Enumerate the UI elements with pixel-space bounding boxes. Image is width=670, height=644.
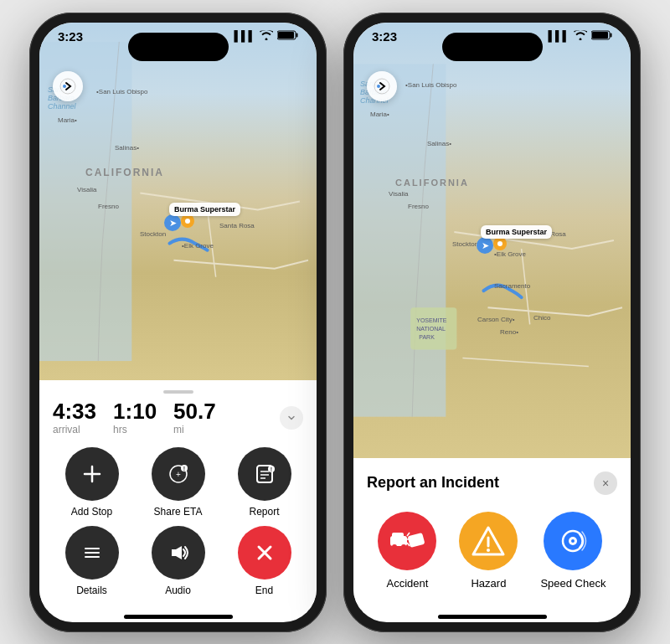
end-label: End bbox=[255, 585, 273, 596]
speed-check-icon bbox=[544, 512, 602, 570]
details-icon bbox=[65, 526, 119, 580]
dynamic-island bbox=[128, 33, 229, 61]
destination-pin-2 bbox=[492, 236, 508, 255]
share-eta-icon: + ! bbox=[152, 447, 205, 501]
share-eta-button[interactable]: + ! Share ETA bbox=[139, 447, 217, 518]
accident-option[interactable]: Accident bbox=[378, 512, 436, 590]
incident-panel: Report an Incident × bbox=[353, 458, 631, 610]
report-label: Report bbox=[249, 506, 279, 518]
end-icon bbox=[238, 526, 291, 580]
map-label-maria: Maria• bbox=[58, 116, 77, 124]
svg-point-55 bbox=[571, 539, 575, 543]
end-button[interactable]: End bbox=[225, 526, 303, 596]
speed-check-label: Speed Check bbox=[540, 577, 606, 590]
svg-marker-25 bbox=[172, 546, 182, 559]
phone-2: 3:23 ▌▌▌ ◀ Siri YO bbox=[343, 13, 641, 632]
svg-rect-31 bbox=[353, 64, 446, 416]
current-location-pin-2: ➤ bbox=[476, 236, 494, 258]
drag-handle-1 bbox=[163, 390, 193, 394]
svg-text:NATIONAL: NATIONAL bbox=[416, 326, 446, 332]
map-label-san-luis-obispo: •San Luis Obispo bbox=[96, 88, 148, 95]
svg-point-52 bbox=[487, 549, 490, 552]
svg-text:!: ! bbox=[183, 466, 184, 471]
svg-point-9 bbox=[63, 85, 66, 88]
home-indicator-2 bbox=[438, 615, 547, 619]
map-label-reno: Reno• bbox=[500, 328, 518, 336]
svg-rect-2 bbox=[278, 32, 294, 39]
battery-icon-2 bbox=[591, 30, 612, 43]
nav-back-btn-2[interactable] bbox=[367, 71, 397, 101]
map-bg-1: SantaBarbaraChannel •San Luis Obispo Mar… bbox=[39, 23, 317, 380]
speed-check-option[interactable]: Speed Check bbox=[540, 512, 606, 590]
hazard-icon bbox=[459, 512, 518, 570]
details-label: Details bbox=[76, 585, 107, 596]
arrival-value: 4:33 bbox=[53, 400, 96, 422]
svg-text:➤: ➤ bbox=[482, 240, 489, 250]
destination-label-1: Burma Superstar bbox=[169, 203, 240, 216]
hazard-option[interactable]: Hazard bbox=[459, 512, 518, 590]
svg-text:PARK: PARK bbox=[419, 334, 435, 340]
map-label-visalia-2: Visalia bbox=[389, 190, 408, 198]
destination-label-2: Burma Superstar bbox=[481, 225, 552, 239]
details-button[interactable]: Details bbox=[53, 526, 131, 596]
map-label-maria-2: Maria• bbox=[370, 111, 389, 118]
add-stop-label: Add Stop bbox=[71, 506, 112, 518]
svg-point-8 bbox=[60, 79, 75, 94]
route-info: 4:33 arrival 1:10 hrs 50.7 mi bbox=[53, 400, 303, 435]
status-time-2: 3:23 bbox=[372, 29, 397, 44]
map-label-salinas-2: Salinas• bbox=[427, 140, 451, 147]
map-label-elk-grove: •Elk Grove bbox=[182, 242, 214, 250]
map-label-california: CALIFORNIA bbox=[85, 167, 164, 178]
accident-label: Accident bbox=[387, 577, 429, 590]
arrival-label: arrival bbox=[53, 424, 96, 435]
wifi-icon-1 bbox=[260, 30, 273, 43]
map-label-sacramento: Sacramento bbox=[494, 282, 530, 290]
audio-button[interactable]: Audio bbox=[139, 526, 217, 596]
map-label-fresno-2: Fresno bbox=[408, 203, 429, 210]
svg-point-39 bbox=[497, 241, 502, 246]
map-area-1[interactable]: SantaBarbaraChannel •San Luis Obispo Mar… bbox=[39, 23, 317, 380]
home-indicator-1 bbox=[124, 615, 233, 619]
report-icon: ! bbox=[238, 447, 291, 501]
wifi-icon-2 bbox=[574, 30, 587, 43]
status-icons-2: ▌▌▌ bbox=[548, 30, 612, 43]
route-chevron[interactable] bbox=[280, 406, 303, 430]
report-button[interactable]: ! Report bbox=[225, 447, 303, 518]
action-grid: Add Stop + ! Share ETA bbox=[53, 447, 303, 596]
bottom-panel-1: 4:33 arrival 1:10 hrs 50.7 mi bbox=[39, 380, 317, 610]
incident-options: Accident Hazard bbox=[367, 512, 617, 590]
map-label-fresno: Fresno bbox=[98, 203, 119, 210]
add-stop-button[interactable]: Add Stop bbox=[53, 447, 131, 518]
incident-title: Report an Incident bbox=[367, 474, 499, 492]
audio-icon bbox=[152, 526, 205, 580]
phone-1-screen: 3:23 ▌▌▌ ◀ Siri bbox=[39, 23, 317, 622]
map-label-santa-rosa: Santa Rosa bbox=[219, 222, 255, 229]
incident-header: Report an Incident × bbox=[367, 471, 617, 495]
status-icons-1: ▌▌▌ bbox=[234, 30, 298, 43]
svg-rect-1 bbox=[296, 33, 298, 37]
signal-icon-1: ▌▌▌ bbox=[234, 30, 255, 42]
duration-stat: 1:10 hrs bbox=[113, 400, 157, 435]
destination-pin bbox=[180, 214, 195, 232]
map-label-salinas: Salinas• bbox=[115, 144, 139, 152]
map-label-san-luis-obispo-2: •San Luis Obispo bbox=[405, 81, 457, 89]
hazard-label: Hazard bbox=[471, 577, 506, 590]
map-label-stockton: Stockton bbox=[140, 230, 166, 238]
duration-label: hrs bbox=[113, 424, 157, 435]
svg-line-47 bbox=[407, 533, 410, 536]
dynamic-island-2 bbox=[442, 33, 543, 61]
accident-icon bbox=[378, 512, 436, 570]
status-time-1: 3:23 bbox=[58, 29, 83, 44]
incident-close-button[interactable]: × bbox=[594, 471, 617, 495]
svg-point-7 bbox=[185, 219, 190, 224]
svg-text:YOSEMITE: YOSEMITE bbox=[416, 317, 447, 323]
close-icon: × bbox=[602, 477, 609, 490]
map-area-2[interactable]: YOSEMITE NATIONAL PARK SantaBarbaraChann… bbox=[353, 23, 631, 458]
signal-icon-2: ▌▌▌ bbox=[548, 30, 570, 42]
svg-text:+: + bbox=[176, 470, 181, 479]
audio-label: Audio bbox=[165, 585, 191, 596]
duration-value: 1:10 bbox=[113, 400, 157, 422]
nav-back-btn-1[interactable] bbox=[53, 71, 83, 101]
svg-point-41 bbox=[377, 85, 380, 88]
map-label-california-2: CALIFORNIA bbox=[395, 178, 469, 188]
